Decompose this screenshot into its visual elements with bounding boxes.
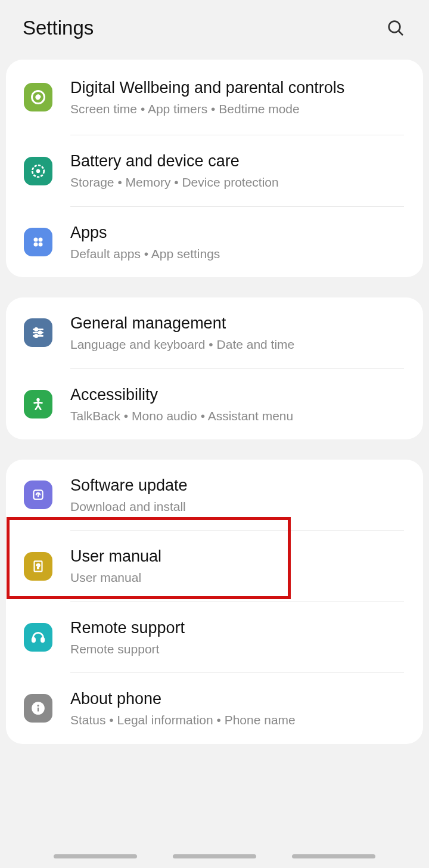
item-title: Apps [70,222,404,243]
setting-text: Apps Default apps • App settings [70,222,404,262]
svg-text:?: ? [36,563,41,570]
settings-header: Settings [0,0,429,56]
setting-item-about-phone[interactable]: About phone Status • Legal information •… [6,673,423,743]
about-phone-icon [24,694,52,723]
svg-rect-24 [38,708,39,712]
setting-item-apps[interactable]: Apps Default apps • App settings [6,207,423,277]
svg-point-0 [389,21,400,33]
setting-item-digital-wellbeing[interactable]: Digital Wellbeing and parental controls … [6,60,423,135]
item-title: Software update [70,475,404,496]
general-management-icon [24,318,52,347]
setting-item-remote-support[interactable]: Remote support Remote support [6,602,423,672]
settings-group-3: Software update Download and install ? U… [6,460,423,744]
search-button[interactable] [385,17,406,39]
search-icon [386,18,405,38]
setting-text: User manual User manual [70,546,404,585]
svg-rect-20 [32,638,35,642]
setting-item-accessibility[interactable]: Accessibility TalkBack • Mono audio • As… [6,369,423,439]
accessibility-icon [24,390,52,418]
item-subtitle: Language and keyboard • Date and time [70,336,404,352]
setting-item-battery-device-care[interactable]: Battery and device care Storage • Memory… [6,135,423,206]
nav-bar [0,844,429,868]
svg-point-5 [36,169,41,173]
page-title: Settings [23,17,94,39]
item-title: Accessibility [70,385,404,405]
setting-text: About phone Status • Legal information •… [70,689,404,728]
svg-point-23 [37,705,39,706]
item-subtitle: User manual [70,569,404,585]
svg-rect-21 [41,638,43,642]
svg-line-1 [399,31,403,35]
svg-point-14 [39,331,41,334]
item-subtitle: TalkBack • Mono audio • Assistant menu [70,408,404,424]
setting-item-general-management[interactable]: General management Language and keyboard… [6,297,423,368]
settings-group-2: General management Language and keyboard… [6,297,423,439]
setting-item-user-manual[interactable]: ? User manual User manual [6,531,423,601]
item-title: Battery and device care [70,151,404,172]
setting-text: Battery and device care Storage • Memory… [70,151,404,190]
setting-text: Digital Wellbeing and parental controls … [70,78,404,117]
svg-point-15 [35,335,38,337]
device-care-icon [24,157,52,185]
svg-point-8 [34,242,38,246]
item-title: General management [70,313,404,334]
user-manual-icon: ? [24,552,52,581]
item-title: About phone [70,689,404,709]
svg-point-9 [39,242,43,246]
remote-support-icon [24,623,52,652]
settings-group-1: Digital Wellbeing and parental controls … [6,60,423,277]
nav-recent[interactable] [54,854,137,858]
item-subtitle: Remote support [70,641,404,657]
svg-point-3 [36,96,40,100]
item-subtitle: Download and install [70,498,404,514]
setting-text: Accessibility TalkBack • Mono audio • As… [70,385,404,424]
item-title: Digital Wellbeing and parental controls [70,78,404,98]
setting-text: Software update Download and install [70,475,404,514]
software-update-icon [24,480,52,509]
apps-icon [24,228,52,256]
setting-text: Remote support Remote support [70,618,404,657]
wellbeing-icon [24,83,52,111]
svg-point-13 [35,328,38,331]
item-subtitle: Storage • Memory • Device protection [70,174,404,190]
item-subtitle: Status • Legal information • Phone name [70,712,404,728]
item-title: User manual [70,546,404,567]
setting-item-software-update[interactable]: Software update Download and install [6,460,423,530]
item-subtitle: Screen time • App timers • Bedtime mode [70,101,404,117]
item-title: Remote support [70,618,404,638]
nav-home[interactable] [173,854,256,858]
svg-point-7 [39,237,43,241]
svg-point-6 [34,237,38,241]
setting-text: General management Language and keyboard… [70,313,404,352]
item-subtitle: Default apps • App settings [70,246,404,262]
nav-back[interactable] [292,854,375,858]
